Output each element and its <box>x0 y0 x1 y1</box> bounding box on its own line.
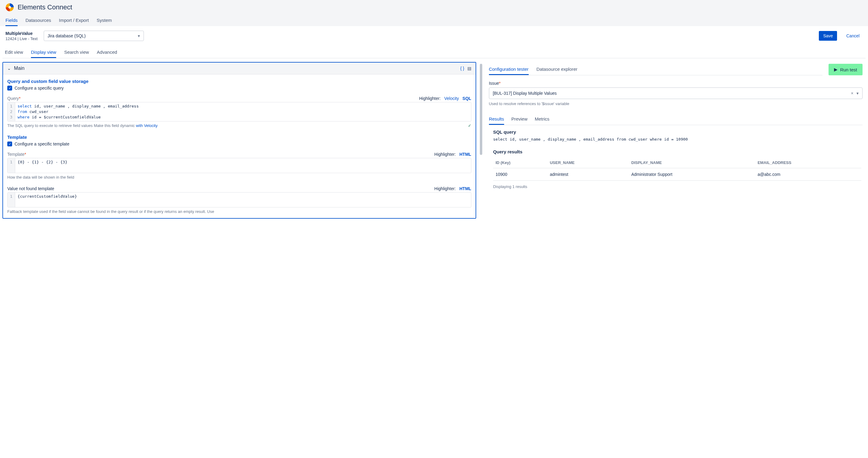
issue-value: [BUL-317] Display Multiple Values <box>493 91 557 96</box>
nav-system[interactable]: System <box>97 15 112 26</box>
template-heading: Template <box>7 135 471 140</box>
tab-datasource-explorer[interactable]: Datasource explorer <box>536 64 578 75</box>
col-email: EMAIL_ADDRESS <box>755 157 861 168</box>
highlighter-velocity[interactable]: Velocity <box>444 96 459 101</box>
template-label: Template* <box>7 152 26 157</box>
panel-divider[interactable] <box>480 64 482 155</box>
sql-query-text: select id, user_name , display_name , em… <box>493 136 861 142</box>
sql-query-heading: SQL query <box>493 130 861 135</box>
chevron-down-icon[interactable]: ⌄ <box>7 66 11 71</box>
issue-label: Issue* <box>489 81 863 86</box>
app-logo-icon <box>5 3 14 11</box>
query-results-heading: Query results <box>493 149 861 154</box>
datasource-selected: Jira database (SQL) <box>48 33 86 38</box>
issue-hint: Used to resolve references to '$issue' v… <box>489 102 863 106</box>
template-hint: How the data will be shown in the field <box>7 175 74 179</box>
clear-icon[interactable]: × <box>851 91 854 96</box>
results-table: ID (Key) USER_NAME DISPLAY_NAME EMAIL_AD… <box>493 157 861 181</box>
configure-query-label: Configure a specific query <box>14 86 64 90</box>
run-test-button[interactable]: ▶ Run test <box>829 64 863 75</box>
nav-datasources[interactable]: Datasources <box>26 15 51 26</box>
tab-advanced[interactable]: Advanced <box>97 47 117 58</box>
tab-display-view[interactable]: Display view <box>31 47 56 58</box>
field-name: MultipleValue <box>5 31 38 36</box>
tab-metrics[interactable]: Metrics <box>535 114 549 125</box>
tab-preview[interactable]: Preview <box>512 114 527 125</box>
vnf-highlighter: Highlighter: HTML <box>434 186 471 191</box>
nav-fields[interactable]: Fields <box>5 15 18 26</box>
col-username: USER_NAME <box>548 157 629 168</box>
highlighter-html[interactable]: HTML <box>460 152 471 157</box>
template-editor[interactable]: 1 {0} - {1} - {2} - {3} <box>7 158 471 173</box>
braces-icon[interactable]: { } <box>460 66 464 71</box>
tab-results[interactable]: Results <box>489 114 504 125</box>
tab-edit-view[interactable]: Edit view <box>5 47 23 58</box>
query-label: Query* <box>7 96 21 101</box>
check-icon: ✓ <box>468 123 471 128</box>
template-highlighter: Highlighter: HTML <box>434 152 471 157</box>
query-hint: The SQL query to execute to retrieve fie… <box>7 123 136 128</box>
vnf-label: Value not found template <box>7 186 54 191</box>
col-id: ID (Key) <box>493 157 548 168</box>
configure-template-label: Configure a specific template <box>14 142 69 146</box>
query-highlighter: Highlighter: Velocity SQL <box>419 96 471 101</box>
vnf-hint: Fallback template used if the field valu… <box>7 209 214 214</box>
table-row: 10900 admintest Administrator Support a@… <box>493 168 861 180</box>
save-button[interactable]: Save <box>819 31 837 41</box>
query-storage-heading: Query and custom field value storage <box>7 79 471 84</box>
play-icon: ▶ <box>834 67 838 72</box>
highlighter-sql[interactable]: SQL <box>463 96 471 101</box>
results-count: Displaying 1 results <box>493 184 861 189</box>
document-icon[interactable]: ▤ <box>467 66 471 71</box>
configure-query-checkbox[interactable]: ✓ <box>7 86 12 90</box>
chevron-down-icon: ▾ <box>138 33 140 38</box>
highlighter-html-vnf[interactable]: HTML <box>460 186 471 191</box>
chevron-down-icon[interactable]: ▾ <box>857 91 859 96</box>
nav-import-export[interactable]: Import / Export <box>59 15 89 26</box>
datasource-select[interactable]: Jira database (SQL) ▾ <box>44 31 144 41</box>
cancel-button[interactable]: Cancel <box>843 31 863 41</box>
vnf-editor[interactable]: 1 {currentCustomfieldValue} <box>7 192 471 207</box>
svg-point-1 <box>8 6 11 9</box>
tab-search-view[interactable]: Search view <box>64 47 89 58</box>
section-title-main: Main <box>14 66 25 71</box>
app-title: Elements Connect <box>18 3 72 11</box>
query-editor[interactable]: 123 select id, user_name , display_name … <box>7 102 471 121</box>
issue-select[interactable]: [BUL-317] Display Multiple Values × ▾ <box>489 87 863 99</box>
velocity-link[interactable]: with Velocity <box>136 123 158 128</box>
field-meta: 12424 | Live - Text <box>5 36 38 41</box>
col-displayname: DISPLAY_NAME <box>629 157 755 168</box>
configure-template-checkbox[interactable]: ✓ <box>7 142 12 146</box>
tab-config-tester[interactable]: Configuration tester <box>489 64 529 75</box>
